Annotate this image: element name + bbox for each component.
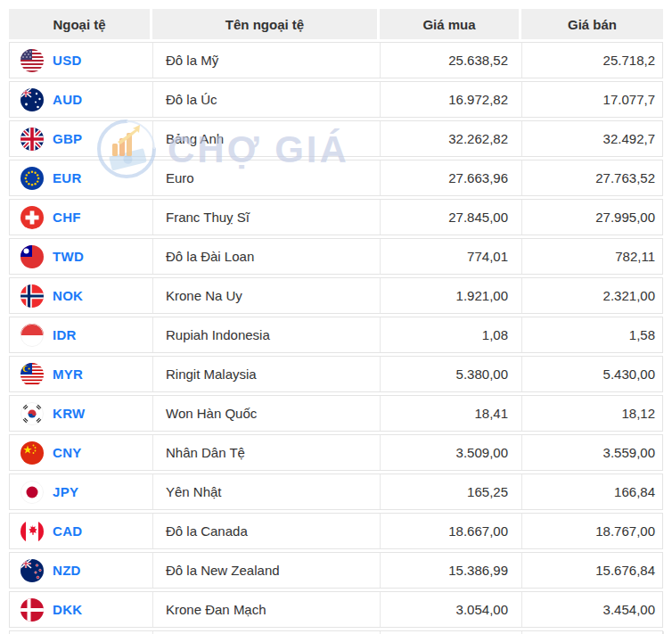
currency-name: Ringit Malaysia <box>153 357 381 391</box>
table-row-idr[interactable]: IDR Rupiah Indonesia 1,08 1,58 <box>9 317 663 353</box>
exchange-rates-table: Ngoại tệ Tên ngoại tệ Giá mua Giá bán US… <box>9 9 663 634</box>
table-row-nok[interactable]: NOK Krone Na Uy 1.921,00 2.321,00 <box>9 277 663 314</box>
sell-price: 1,58 <box>522 317 664 352</box>
sell-price: 32.492,7 <box>522 121 664 156</box>
sell-price: 17.077,7 <box>522 82 664 117</box>
table-row-dkk[interactable]: DKK Krone Đan Mạch 3.054,00 3.454,00 <box>9 591 663 628</box>
table-row-nzd[interactable]: NZD Đô la New Zealand 15.386,99 15.676,8… <box>9 552 663 589</box>
buy-price: 165,25 <box>381 474 522 509</box>
table-row-aud[interactable]: AUD Đô la Úc 16.972,82 17.077,7 <box>9 81 663 118</box>
currency-name: Krone Na Uy <box>153 278 381 313</box>
currency-code[interactable]: USD <box>53 53 82 68</box>
buy-price: 27.663,96 <box>381 161 522 195</box>
table-row-chf[interactable]: CHF Franc Thuỵ Sĩ 27.845,00 27.995,00 <box>9 199 663 235</box>
sell-price: 2.321,00 <box>522 278 664 313</box>
eu-flag-icon <box>20 167 44 190</box>
currency-name: Rupiah Indonesia <box>153 317 381 352</box>
table-row-krw[interactable]: KRW Won Hàn Quốc 18,41 18,12 <box>9 395 663 432</box>
buy-price: 27.845,00 <box>381 200 522 235</box>
buy-price: 774,01 <box>381 239 522 274</box>
currency-code[interactable]: EUR <box>53 170 82 185</box>
table-row-eur[interactable]: EUR Euro 27.663,96 27.763,52 <box>9 160 663 196</box>
table-row-cny[interactable]: CNY Nhân Dân Tệ 3.509,00 3.559,00 <box>9 434 663 471</box>
table-row-partial[interactable] <box>9 630 663 634</box>
buy-price: 32.262,82 <box>381 121 522 156</box>
buy-price: 18.667,00 <box>381 514 522 548</box>
currency-code[interactable]: TWD <box>53 249 84 264</box>
currency-code[interactable]: CAD <box>53 523 82 539</box>
canada-flag-icon <box>20 520 44 543</box>
currency-name: Bảng Anh <box>153 121 381 156</box>
sell-price: 25.718,2 <box>522 43 664 78</box>
currency-code[interactable]: GBP <box>53 131 82 146</box>
denmark-flag-icon <box>20 598 44 622</box>
currency-code[interactable]: CNY <box>53 445 82 460</box>
table-row-myr[interactable]: MYR Ringit Malaysia 5.380,00 5.430,00 <box>9 356 663 392</box>
sell-price: 3.454,00 <box>522 592 664 627</box>
currency-code[interactable]: NZD <box>53 563 81 578</box>
currency-code[interactable]: NOK <box>53 288 83 303</box>
sell-price: 5.430,00 <box>522 357 664 391</box>
currency-name: Đô la Canada <box>153 514 381 548</box>
buy-price: 3.509,00 <box>381 435 522 470</box>
table-row-jpy[interactable]: JPY Yên Nhật 165,25 166,84 <box>9 473 663 510</box>
buy-price: 25.638,52 <box>381 43 522 78</box>
currency-code[interactable]: MYR <box>53 366 83 382</box>
currency-name: Won Hàn Quốc <box>153 396 381 431</box>
currency-name: Đô la New Zealand <box>153 553 381 588</box>
taiwan-flag-icon <box>20 245 44 268</box>
table-row-gbp[interactable]: GBP Bảng Anh 32.262,82 32.492,7 <box>9 120 663 157</box>
table-row-twd[interactable]: TWD Đô la Đài Loan 774,01 782,11 <box>9 238 663 275</box>
sell-price: 18,12 <box>522 396 664 431</box>
table-row-usd[interactable]: USD Đô la Mỹ 25.638,52 25.718,2 <box>9 42 663 78</box>
currency-code[interactable]: KRW <box>53 406 85 421</box>
sell-price: 782,11 <box>522 239 664 274</box>
sell-price: 15.676,84 <box>522 553 664 588</box>
currency-name: Đô la Đài Loan <box>153 239 381 274</box>
buy-price: 5.380,00 <box>381 357 522 391</box>
currency-name: Euro <box>153 161 381 195</box>
header-currency-name: Tên ngoại tệ <box>152 9 380 39</box>
south-korea-flag-icon <box>20 402 44 425</box>
currency-code[interactable]: AUD <box>53 92 82 107</box>
table-row-cad[interactable]: CAD Đô la Canada 18.667,00 18.767,00 <box>9 513 663 549</box>
currency-name: Đô la Úc <box>153 82 381 117</box>
sell-price: 166,84 <box>522 474 664 509</box>
currency-code[interactable]: CHF <box>53 210 81 225</box>
header-currency-code: Ngoại tệ <box>9 9 152 39</box>
japan-flag-icon <box>20 481 44 504</box>
currency-name: Nhân Dân Tệ <box>153 435 381 470</box>
buy-price: 3.054,00 <box>381 592 522 627</box>
buy-price: 15.386,99 <box>381 553 522 588</box>
malaysia-flag-icon <box>20 363 44 386</box>
buy-price: 18,41 <box>381 396 522 431</box>
header-sell-price: Giá bán <box>521 9 663 39</box>
currency-name: Franc Thuỵ Sĩ <box>153 200 381 235</box>
header-buy-price: Giá mua <box>380 9 521 39</box>
sell-price: 27.763,52 <box>522 161 664 195</box>
currency-name: Krone Đan Mạch <box>153 592 381 627</box>
currency-name: Yên Nhật <box>153 474 381 509</box>
buy-price: 1.921,00 <box>381 278 522 313</box>
buy-price: 1,08 <box>381 317 522 352</box>
sell-price: 27.995,00 <box>522 200 664 235</box>
currency-code[interactable]: IDR <box>53 327 77 342</box>
currency-code[interactable]: JPY <box>53 484 78 499</box>
buy-price: 16.972,82 <box>381 82 522 117</box>
usa-flag-icon <box>20 49 44 72</box>
new-zealand-flag-icon <box>20 559 44 582</box>
sell-price: 3.559,00 <box>522 435 664 470</box>
australia-flag-icon <box>20 88 44 111</box>
rates-table-body: USD Đô la Mỹ 25.638,52 25.718,2 AUD Đô l… <box>9 42 663 634</box>
norway-flag-icon <box>20 284 44 308</box>
currency-name: Đô la Mỹ <box>153 43 381 78</box>
indonesia-flag-icon <box>20 324 44 347</box>
switzerland-flag-icon <box>20 206 44 229</box>
currency-code[interactable]: DKK <box>53 602 82 617</box>
uk-flag-icon <box>20 128 44 151</box>
china-flag-icon <box>20 441 44 465</box>
table-header-row: Ngoại tệ Tên ngoại tệ Giá mua Giá bán <box>9 9 663 39</box>
sell-price: 18.767,00 <box>522 514 664 548</box>
